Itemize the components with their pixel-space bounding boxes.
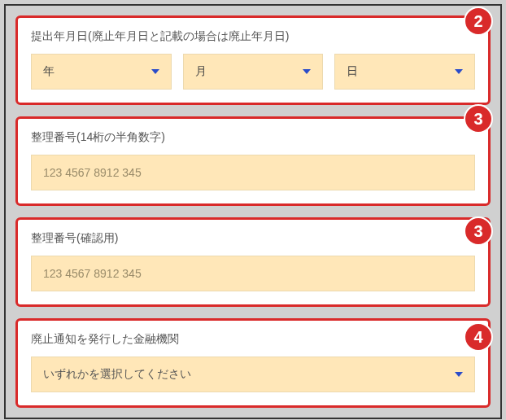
step-badge-2: 2 [464, 7, 493, 36]
month-select-value: 月 [195, 64, 207, 79]
ref-number-confirm-input[interactable] [31, 256, 475, 291]
ref-number-section: 3 整理番号(14桁の半角数字) [15, 116, 491, 206]
ref-number-confirm-label: 整理番号(確認用) [31, 231, 475, 246]
ref-number-input[interactable] [31, 155, 475, 190]
caret-down-icon [151, 69, 159, 74]
institution-select-value: いずれかを選択してください [43, 367, 191, 382]
caret-down-icon [455, 372, 463, 377]
step-badge-4: 4 [464, 322, 493, 352]
institution-select[interactable]: いずれかを選択してください [31, 357, 475, 392]
ref-number-confirm-section: 3 整理番号(確認用) [15, 217, 491, 307]
date-row: 年 月 日 [31, 54, 475, 90]
submission-date-label: 提出年月日(廃止年月日と記載の場合は廃止年月日) [31, 29, 475, 44]
month-select[interactable]: 月 [183, 54, 324, 90]
day-select[interactable]: 日 [334, 54, 475, 90]
day-select-value: 日 [347, 64, 358, 79]
ref-number-label: 整理番号(14桁の半角数字) [31, 130, 475, 145]
step-badge-3: 3 [464, 104, 493, 133]
institution-label: 廃止通知を発行した金融機関 [31, 332, 475, 347]
year-select-value: 年 [43, 64, 55, 79]
year-select[interactable]: 年 [31, 54, 172, 90]
submission-date-section: 2 提出年月日(廃止年月日と記載の場合は廃止年月日) 年 月 日 [15, 15, 491, 105]
caret-down-icon [455, 69, 463, 74]
caret-down-icon [303, 69, 311, 74]
form-container: 2 提出年月日(廃止年月日と記載の場合は廃止年月日) 年 月 日 3 整理番号(… [4, 4, 502, 419]
institution-section: 4 廃止通知を発行した金融機関 いずれかを選択してください [15, 318, 491, 408]
step-badge-3-confirm: 3 [464, 217, 493, 246]
